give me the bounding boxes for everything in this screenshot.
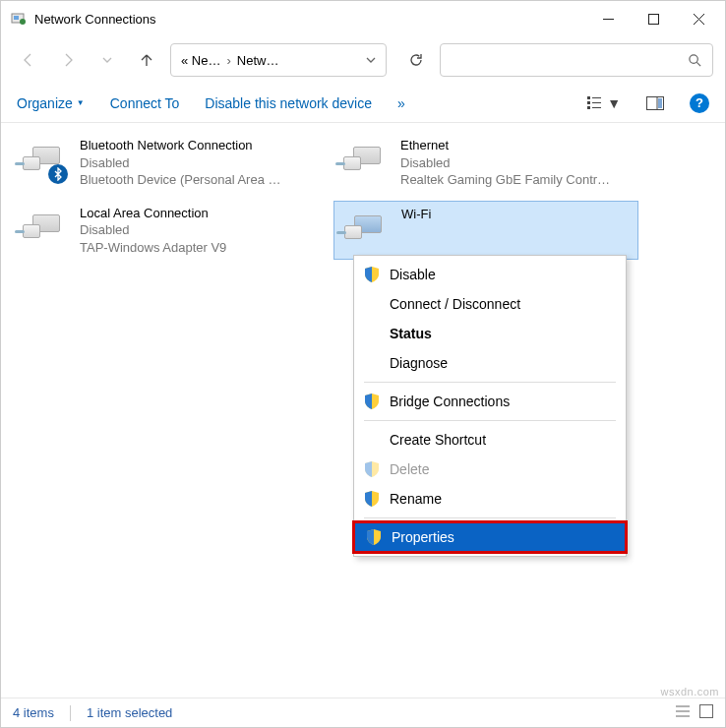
shield-icon — [364, 267, 380, 282]
ctx-delete: Delete — [354, 455, 626, 484]
ctx-disable[interactable]: Disable — [354, 260, 626, 289]
svg-point-9 — [690, 54, 697, 62]
address-bar[interactable]: « Ne… › Netw… — [170, 43, 387, 77]
connection-name: Local Area Connection — [80, 205, 226, 222]
ctx-create-shortcut[interactable]: Create Shortcut — [354, 425, 626, 455]
connection-item-lan[interactable]: Local Area Connection Disabled TAP-Windo… — [13, 201, 318, 261]
shield-icon — [366, 529, 382, 545]
help-button[interactable]: ? — [690, 93, 709, 113]
titlebar: Network Connections — [1, 1, 725, 36]
connection-status: Disabled — [80, 154, 281, 172]
view-layout-button[interactable]: ▼ — [587, 95, 621, 111]
svg-line-10 — [696, 62, 700, 66]
refresh-button[interactable] — [400, 44, 432, 76]
shield-icon — [364, 461, 380, 477]
shield-icon — [364, 394, 380, 409]
close-button[interactable] — [676, 1, 721, 36]
ctx-separator — [364, 382, 616, 383]
connection-name: Bluetooth Network Connection — [80, 137, 281, 154]
minimize-button[interactable] — [585, 1, 631, 36]
connection-device: Realtek Gaming GbE Family Contr… — [400, 171, 610, 189]
command-bar: Organize▼ Connect To Disable this networ… — [1, 84, 725, 123]
forward-button[interactable] — [52, 44, 84, 76]
window-icon — [11, 11, 27, 27]
svg-point-2 — [20, 19, 26, 25]
ctx-properties[interactable]: Properties — [354, 522, 626, 552]
details-view-button[interactable] — [676, 704, 692, 721]
ctx-diagnose[interactable]: Diagnose — [354, 348, 626, 378]
svg-rect-13 — [587, 106, 590, 109]
svg-rect-4 — [648, 14, 658, 24]
connection-item-wifi[interactable]: Wi-Fi — [333, 201, 638, 261]
connection-device: TAP-Windows Adapter V9 — [80, 239, 226, 257]
context-menu: Disable Connect / Disconnect Status Diag… — [353, 255, 627, 557]
ctx-connect-disconnect[interactable]: Connect / Disconnect — [354, 289, 626, 319]
ctx-rename[interactable]: Rename — [354, 484, 626, 514]
connection-status: Disabled — [400, 154, 610, 172]
status-bar: 4 items 1 item selected — [1, 698, 725, 727]
item-count: 4 items — [13, 705, 54, 720]
breadcrumb-2[interactable]: Netw… — [237, 53, 279, 68]
breadcrumb-1[interactable]: « Ne… — [181, 53, 220, 68]
address-dropdown-icon[interactable] — [352, 53, 380, 68]
chevron-right-icon[interactable]: › — [224, 53, 232, 68]
disable-device-button[interactable]: Disable this network device — [205, 95, 372, 111]
bluetooth-badge-icon — [48, 164, 68, 184]
ctx-separator — [364, 517, 616, 518]
back-button[interactable] — [13, 44, 44, 76]
connection-name: Ethernet — [400, 137, 610, 154]
svg-rect-19 — [658, 98, 662, 108]
ctx-separator — [364, 420, 616, 421]
search-input[interactable] — [440, 43, 713, 77]
connection-item-bluetooth[interactable]: Bluetooth Network Connection Disabled Bl… — [13, 133, 318, 193]
nav-row: « Ne… › Netw… — [1, 36, 725, 84]
connection-device: Bluetooth Device (Personal Area … — [80, 171, 281, 189]
organize-menu[interactable]: Organize▼ — [17, 95, 85, 111]
shield-icon — [364, 491, 380, 507]
connection-status: Disabled — [80, 221, 226, 239]
search-icon — [688, 53, 702, 68]
svg-rect-12 — [587, 101, 590, 104]
adapter-icon — [17, 205, 72, 252]
adapter-icon — [337, 137, 393, 184]
maximize-button[interactable] — [631, 1, 676, 36]
svg-rect-11 — [587, 96, 590, 99]
recent-dropdown[interactable] — [91, 44, 123, 76]
separator — [70, 705, 71, 721]
svg-rect-1 — [14, 16, 19, 20]
large-icons-view-button[interactable] — [699, 704, 713, 721]
watermark: wsxdn.com — [660, 686, 719, 698]
ctx-status[interactable]: Status — [354, 319, 626, 348]
connection-list: Bluetooth Network Connection Disabled Bl… — [1, 123, 725, 270]
connection-name: Wi-Fi — [401, 206, 431, 223]
adapter-icon — [338, 206, 393, 253]
overflow-button[interactable]: » — [397, 95, 405, 111]
svg-rect-23 — [700, 705, 713, 718]
preview-pane-button[interactable] — [646, 96, 664, 110]
selection-count: 1 item selected — [87, 705, 172, 720]
adapter-icon — [17, 137, 72, 184]
up-button[interactable] — [131, 44, 162, 76]
connection-item-ethernet[interactable]: Ethernet Disabled Realtek Gaming GbE Fam… — [333, 133, 638, 193]
window-title: Network Connections — [34, 12, 585, 27]
connect-to-button[interactable]: Connect To — [110, 95, 180, 111]
ctx-bridge[interactable]: Bridge Connections — [354, 387, 626, 416]
